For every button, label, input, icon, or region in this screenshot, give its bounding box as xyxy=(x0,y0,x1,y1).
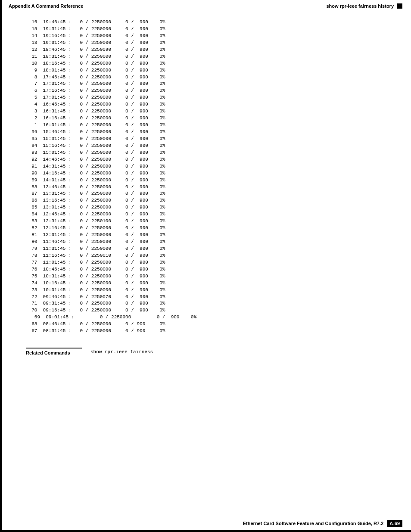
table-row: 3 16:31:45 : 0 / 2250000 0 / 900 0% xyxy=(26,108,385,115)
table-row: 91 14:31:45 : 0 / 2250000 0 / 900 0% xyxy=(26,163,385,170)
table-row: 88 13:46:45 : 0 / 2250000 0 / 900 0% xyxy=(26,184,385,191)
table-row: 83 12:31:45 : 0 / 2250100 0 / 900 0% xyxy=(26,218,385,225)
table-row: 79 11:31:45 : 0 / 2250000 0 / 900 0% xyxy=(26,246,385,252)
table-row: 12 18:46:45 : 0 / 2250090 0 / 900 0% xyxy=(26,47,385,53)
header-right-label: show rpr-ieee fairness history xyxy=(327,3,394,9)
table-row: 15 19:31:45 : 0 / 2250000 0 / 900 0% xyxy=(26,26,385,33)
table-row: 8 17:46:45 : 0 / 2250000 0 / 900 0% xyxy=(26,74,385,81)
table-row: 84 12:46:45 : 0 / 2250000 0 / 900 0% xyxy=(26,211,385,218)
header-left-label: Appendix A Command Reference xyxy=(9,3,83,9)
page-header: Appendix A Command Reference show rpr-ie… xyxy=(0,0,411,10)
table-row: 94 15:16:45 : 0 / 2250000 0 / 900 0% xyxy=(26,143,385,149)
table-row: 14 19:16:45 : 0 / 2250000 0 / 900 0% xyxy=(26,33,385,40)
table-row: 78 11:16:45 : 0 / 2250010 0 / 900 0% xyxy=(26,252,385,259)
table-row: 93 15:01:45 : 0 / 2250000 0 / 900 0% xyxy=(26,149,385,156)
table-row: 16 19:46:45 : 0 / 2250000 0 / 900 0% xyxy=(26,19,385,26)
table-row: 2 16:16:45 : 0 / 2250000 0 / 900 0% xyxy=(26,115,385,122)
table-row: 10 18:16:45 : 0 / 2250000 0 / 900 0% xyxy=(26,60,385,67)
table-row: 72 09:46:45 : 0 / 2250070 0 / 900 0% xyxy=(26,294,385,301)
related-commands-label: Related Commands xyxy=(26,348,82,355)
table-row: 11 18:31:45 : 0 / 2250000 0 / 900 0% xyxy=(26,53,385,60)
table-row: 1 16:01:45 : 0 / 2250000 0 / 900 0% xyxy=(26,122,385,129)
code-table: 16 19:46:45 : 0 / 2250000 0 / 900 0% 15 … xyxy=(26,19,385,335)
table-row: 71 09:31:45 : 0 / 2250000 0 / 900 0% xyxy=(26,300,385,307)
page-container: Appendix A Command Reference show rpr-ie… xyxy=(0,0,411,532)
footer-text: Ethernet Card Software Feature and Confi… xyxy=(243,521,383,526)
table-row: 67 08:31:45 : 0 / 2250000 0 / 900 0% xyxy=(26,328,385,335)
related-command-value: show rpr-ieee fairness xyxy=(90,348,153,355)
left-border xyxy=(0,0,2,532)
table-row: 74 10:16:45 : 0 / 2250000 0 / 900 0% xyxy=(26,280,385,287)
table-row: 5 17:01:45 : 0 / 2250000 0 / 900 0% xyxy=(26,94,385,101)
related-section: Related Commands show rpr-ieee fairness xyxy=(26,348,385,355)
table-row: 9 18:01:45 : 0 / 2250000 0 / 900 0% xyxy=(26,67,385,74)
footer-right: Ethernet Card Software Feature and Confi… xyxy=(243,520,402,527)
header-right-area: show rpr-ieee fairness history xyxy=(327,3,403,9)
table-row: 73 10:01:45 : 0 / 2250000 0 / 900 0% xyxy=(26,287,385,294)
table-row: 69 09:01:45 : 0 / 2250000 0 / 900 0% xyxy=(26,314,385,321)
table-row: 13 19:01:45 : 0 / 2250000 0 / 900 0% xyxy=(26,40,385,47)
table-row: 81 12:01:45 : 0 / 2250000 0 / 900 0% xyxy=(26,232,385,239)
footer-badge: A-69 xyxy=(387,520,402,527)
bottom-border xyxy=(0,530,411,532)
content-area: 16 19:46:45 : 0 / 2250000 0 / 900 0% 15 … xyxy=(0,10,411,364)
table-row: 68 08:46:45 : 0 / 2250000 0 / 900 0% xyxy=(26,321,385,328)
table-row: 4 16:46:45 : 0 / 2250000 0 / 900 0% xyxy=(26,101,385,108)
table-row: 76 10:46:45 : 0 / 2250000 0 / 900 0% xyxy=(26,266,385,273)
table-row: 87 13:31:45 : 0 / 2250000 0 / 900 0% xyxy=(26,190,385,197)
page-footer: Ethernet Card Software Feature and Confi… xyxy=(0,520,411,527)
table-row: 95 15:31:45 : 0 / 2250000 0 / 900 0% xyxy=(26,136,385,143)
header-black-square xyxy=(397,3,402,9)
table-row: 86 13:16:45 : 0 / 2250000 0 / 900 0% xyxy=(26,197,385,204)
table-row: 96 15:46:45 : 0 / 2250000 0 / 900 0% xyxy=(26,129,385,136)
table-row: 89 14:01:45 : 0 / 2250000 0 / 900 0% xyxy=(26,177,385,184)
table-row: 90 14:16:45 : 0 / 2250000 0 / 900 0% xyxy=(26,170,385,177)
table-row: 70 09:16:45 : 0 / 2250000 0 / 900 0% xyxy=(26,307,385,314)
table-row: 7 17:31:45 : 0 / 2250000 0 / 900 0% xyxy=(26,81,385,87)
table-row: 85 13:01:45 : 0 / 2250000 0 / 900 0% xyxy=(26,204,385,211)
table-row: 6 17:16:45 : 0 / 2250000 0 / 900 0% xyxy=(26,87,385,94)
table-row: 92 14:46:45 : 0 / 2250000 0 / 900 0% xyxy=(26,156,385,163)
table-row: 75 10:31:45 : 0 / 2250000 0 / 900 0% xyxy=(26,273,385,280)
table-row: 82 12:16:45 : 0 / 2250000 0 / 900 0% xyxy=(26,225,385,232)
table-row: 77 11:01:45 : 0 / 2250000 0 / 900 0% xyxy=(26,259,385,266)
table-row: 80 11:46:45 : 0 / 2250030 0 / 900 0% xyxy=(26,239,385,246)
